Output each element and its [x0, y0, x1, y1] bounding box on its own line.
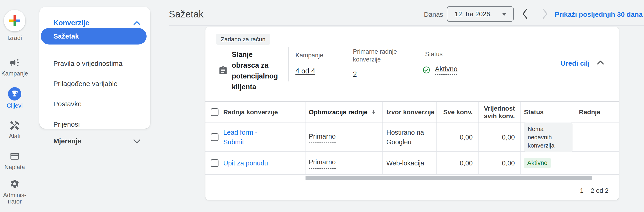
column-header-optimizacija-radnje[interactable]: Optimizacija radnje — [306, 102, 383, 123]
edit-goal-link[interactable]: Uredi cilj — [561, 59, 590, 67]
rail-label-alati: Alati — [0, 133, 29, 139]
pagination-label: 1 – 2 od 2 — [580, 187, 608, 194]
campaigns-value[interactable]: 4 od 4 — [296, 67, 315, 77]
rail-label-administrator: Adminis- trator — [0, 192, 29, 205]
rail-label-ciljevi: Ciljevi — [0, 102, 29, 109]
status-label: Status — [425, 50, 457, 58]
goal-metric-campaigns: Kampanje 4 od 4 — [296, 51, 323, 77]
goal-metric-status: Status Aktivno — [422, 50, 457, 75]
all-conversions-worth-value: 0,00 — [502, 158, 515, 168]
show-last-30-days-link[interactable]: Prikaži posljednjih 30 dana — [555, 11, 643, 18]
column-header-vrijednost-svih-konv[interactable]: Vrijednost svih konv. — [479, 102, 521, 123]
conversion-actions-table: Radnja konverzije Optimizacija radnje Iz… — [206, 101, 619, 175]
megaphone-icon — [9, 57, 20, 68]
optimization-value[interactable]: Primarno — [309, 157, 336, 169]
conversions-subnav-panel: Konverzije Sažetak Pravila o vrijednosti… — [40, 7, 150, 129]
status-value[interactable]: Aktivno — [435, 65, 457, 75]
chevron-up-icon[interactable] — [133, 21, 140, 25]
primary-actions-label-line2: konverzije — [353, 56, 419, 63]
rail-item-ciljevi[interactable]: Ciljevi — [0, 87, 29, 109]
rail-item-administrator[interactable]: Adminis- trator — [0, 179, 29, 205]
subnav-section-mjerenje[interactable]: Mjerenje — [40, 134, 150, 148]
primary-actions-value: 2 — [353, 70, 357, 78]
column-header-status[interactable]: Status — [521, 102, 575, 123]
subnav-item-label: Sažetak — [53, 32, 79, 40]
chevron-down-icon — [133, 139, 140, 143]
goal-title: Slanje obrasca za potencijalnog klijenta — [232, 49, 281, 92]
column-header-radnje[interactable]: Radnje — [575, 102, 619, 123]
rail-item-kampanje[interactable]: Kampanje — [0, 57, 29, 77]
row-actions-cell — [575, 123, 619, 151]
status-badge-active: Aktivno — [524, 158, 551, 168]
column-header-izvor-konverzije[interactable]: Izvor konverzije — [383, 102, 437, 123]
create-button[interactable]: Izradi — [0, 10, 29, 41]
rail-label-izradi: Izradi — [0, 35, 29, 41]
table-header-row: Radnja konverzije Optimizacija radnje Iz… — [206, 101, 619, 123]
gear-icon — [10, 179, 20, 189]
primary-actions-label-line1: Primarne radnje — [353, 48, 419, 56]
subnav-item-prijenosi[interactable]: Prijenosi — [53, 121, 80, 128]
table-row: Upit za ponudu Primarno Web-lokacija 0,0… — [206, 152, 619, 175]
conversion-action-link[interactable]: Lead form - Submit — [223, 128, 280, 147]
table-row: Lead form - Submit Primarno Hostirano na… — [206, 123, 619, 152]
subnav-item-sazetak[interactable]: Sažetak — [41, 28, 146, 45]
column-header-radnja-konverzije[interactable]: Radnja konverzije — [206, 102, 306, 123]
credit-card-icon — [10, 151, 20, 161]
trophy-icon — [11, 90, 18, 98]
previous-date-button[interactable] — [522, 8, 528, 19]
tools-icon — [10, 120, 20, 131]
page-title: Sažetak — [169, 9, 204, 20]
collapse-goal-chevron-icon[interactable] — [596, 60, 604, 65]
subnav-section-konverzije[interactable]: Konverzije — [53, 19, 89, 27]
create-plus-icon — [4, 10, 26, 31]
all-conversions-value: 0,00 — [460, 132, 473, 142]
campaigns-label: Kampanje — [296, 51, 323, 59]
all-conversions-value: 0,00 — [460, 158, 473, 168]
subnav-item-prilagodene-varijable[interactable]: Prilagođene varijable — [53, 80, 118, 88]
goal-metric-primary-actions: Primarne radnje konverzije 2 — [353, 48, 419, 78]
goal-clipboard-icon — [218, 66, 228, 76]
date-range-label: Danas — [424, 11, 443, 18]
row-checkbox[interactable] — [211, 159, 218, 167]
date-selector[interactable]: 12. tra 2026. — [447, 6, 514, 22]
all-conversions-worth-value: 0,00 — [502, 132, 515, 142]
rail-label-naplata: Naplata — [0, 164, 29, 170]
conversion-action-link[interactable]: Upit za ponudu — [223, 158, 268, 168]
source-value: Web-lokacija — [386, 158, 424, 168]
status-badge: Nema nedavnih konverzija — [524, 123, 572, 152]
next-date-button-disabled[interactable] — [542, 8, 548, 19]
date-selector-value: 12. tra 2026. — [454, 10, 492, 18]
optimization-value[interactable]: Primarno — [309, 132, 336, 143]
dropdown-caret-icon — [502, 13, 507, 16]
column-header-sve-konv[interactable]: Sve konv. — [437, 102, 479, 123]
row-checkbox[interactable] — [211, 133, 218, 141]
row-actions-cell — [575, 152, 619, 174]
status-check-icon — [422, 66, 430, 74]
account-default-badge: Zadano za račun — [216, 34, 270, 45]
rail-item-naplata[interactable]: Naplata — [0, 151, 29, 170]
subnav-item-pravila-o-vrijednostima[interactable]: Pravila o vrijednostima — [53, 60, 122, 67]
goal-divider — [288, 47, 288, 81]
horizontal-scrollbar-thumb[interactable] — [306, 176, 592, 180]
sort-descending-icon — [370, 109, 376, 115]
header-divider — [169, 26, 644, 26]
subnav-section-label: Mjerenje — [53, 137, 81, 145]
conversion-goal-card: Zadano za račun Slanje obrasca za potenc… — [206, 27, 619, 200]
rail-item-alati[interactable]: Alati — [0, 120, 29, 139]
source-value: Hostirano na Googleu — [386, 128, 436, 147]
subnav-item-postavke[interactable]: Postavke — [53, 100, 82, 108]
rail-label-kampanje: Kampanje — [0, 70, 29, 77]
select-all-checkbox[interactable] — [211, 108, 218, 116]
